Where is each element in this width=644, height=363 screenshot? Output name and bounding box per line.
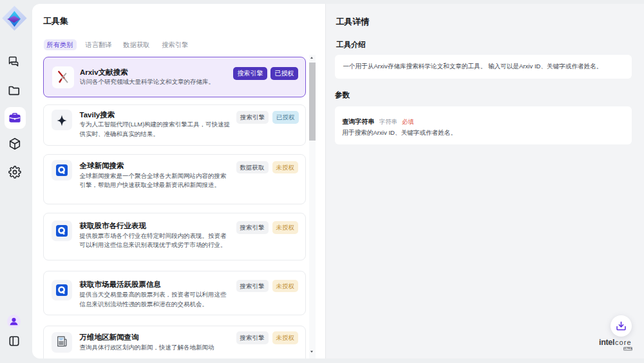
svg-text:ULTRA: ULTRA	[624, 348, 632, 350]
